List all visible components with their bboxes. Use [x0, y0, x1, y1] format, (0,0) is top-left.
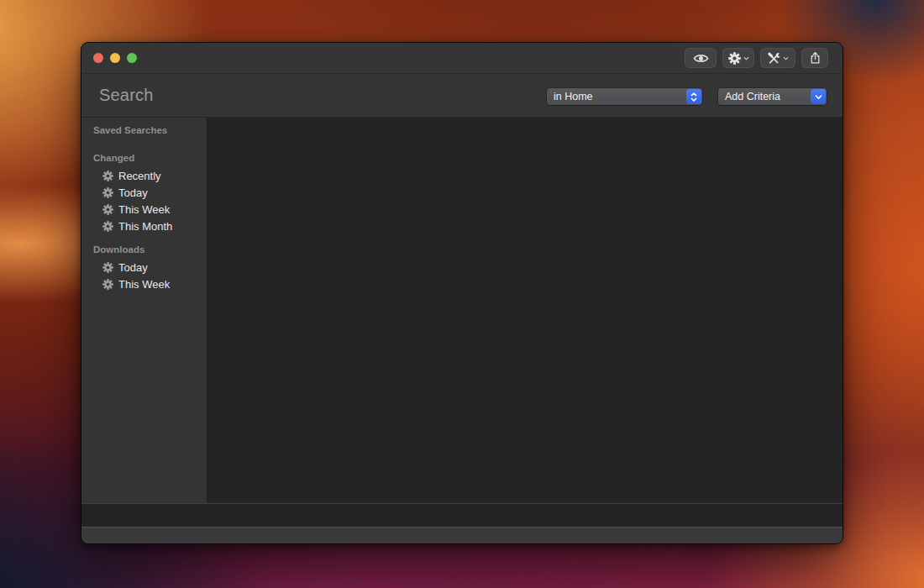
sidebar-item-downloads-today[interactable]: Today: [81, 259, 207, 276]
sidebar-item-today[interactable]: Today: [81, 184, 207, 201]
chevron-down-icon: [783, 56, 789, 60]
preview-button[interactable]: [685, 48, 717, 68]
smart-search-gear-icon: [102, 221, 113, 232]
up-down-stepper-icon: [686, 89, 701, 104]
gear-icon: [728, 52, 741, 65]
section-header-downloads: Downloads: [81, 244, 207, 256]
add-criteria-popup-value: Add Criteria: [718, 91, 780, 102]
bottom-bar: [81, 527, 843, 543]
sidebar-item-downloads-this-week[interactable]: This Week: [81, 276, 207, 292]
add-criteria-popup[interactable]: Add Criteria: [718, 88, 827, 105]
tools-icon: [767, 52, 780, 65]
scope-popup[interactable]: in Home: [547, 88, 702, 105]
sidebar-item-label: This Week: [118, 278, 170, 291]
sidebar-header: Saved Searches: [81, 125, 207, 138]
scope-popup-value: in Home: [547, 91, 593, 102]
search-header: Search in Home Add Criteria: [81, 73, 843, 117]
toolbar: [685, 48, 828, 68]
share-icon: [810, 51, 821, 65]
sidebar-item-label: Today: [118, 261, 148, 274]
traffic-lights: [93, 53, 137, 63]
smart-search-gear-icon: [102, 279, 113, 290]
share-button[interactable]: [801, 48, 828, 68]
smart-search-gear-icon: [102, 262, 113, 273]
close-button[interactable]: [93, 53, 103, 63]
smart-search-gear-icon: [102, 204, 113, 215]
sidebar-item-label: Today: [118, 186, 148, 199]
sidebar-item-recently[interactable]: Recently: [81, 167, 207, 184]
smart-search-gear-icon: [102, 187, 113, 198]
sidebar-item-label: Recently: [118, 170, 161, 182]
status-bar: [81, 503, 843, 527]
section-header-changed: Changed: [81, 153, 207, 165]
actions-button[interactable]: [722, 48, 754, 68]
zoom-button[interactable]: [127, 53, 137, 63]
sidebar-item-label: This Month: [118, 220, 172, 233]
chevron-down-icon: [811, 89, 826, 104]
page-title: Search: [99, 86, 154, 105]
chevron-down-icon: [743, 56, 749, 60]
tools-button[interactable]: [760, 48, 795, 68]
smart-search-gear-icon: [102, 171, 113, 181]
title-bar[interactable]: [81, 43, 843, 73]
eye-icon: [693, 53, 709, 64]
results-area: [207, 118, 843, 503]
sidebar: Saved Searches Changed: [81, 118, 207, 503]
minimize-button[interactable]: [110, 53, 120, 63]
sidebar-item-this-month[interactable]: This Month: [81, 218, 207, 234]
sidebar-item-label: This Week: [118, 203, 170, 216]
app-window: Search in Home Add Criteria Saved Search…: [81, 42, 843, 544]
sidebar-item-this-week[interactable]: This Week: [81, 201, 207, 218]
